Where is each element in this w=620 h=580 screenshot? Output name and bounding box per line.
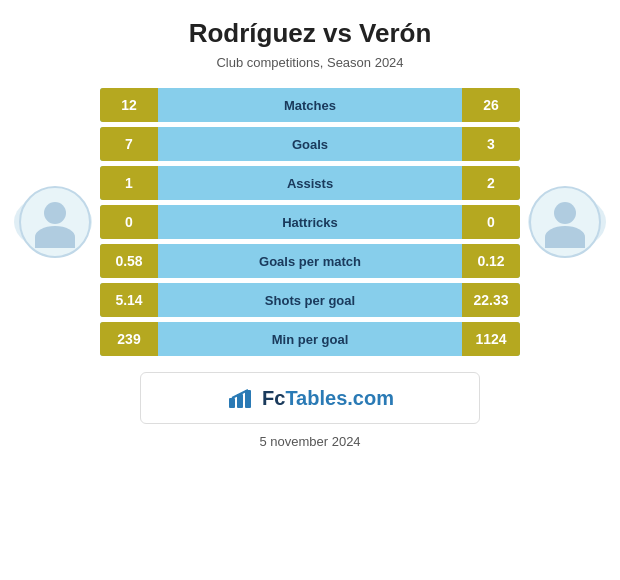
stat-value-left: 7 <box>100 127 158 161</box>
stat-label: Assists <box>158 166 462 200</box>
page-title: Rodríguez vs Verón <box>189 18 432 49</box>
stat-value-left: 1 <box>100 166 158 200</box>
stat-label: Goals per match <box>158 244 462 278</box>
stat-label: Matches <box>158 88 462 122</box>
stat-label: Goals <box>158 127 462 161</box>
stat-value-right: 3 <box>462 127 520 161</box>
stat-value-right: 26 <box>462 88 520 122</box>
stat-label: Min per goal <box>158 322 462 356</box>
stat-row: 12Matches26 <box>100 88 520 122</box>
stat-value-left: 12 <box>100 88 158 122</box>
stat-value-left: 5.14 <box>100 283 158 317</box>
brand-text: FcTables.com <box>262 387 394 410</box>
stat-row: 5.14Shots per goal22.33 <box>100 283 520 317</box>
stats-rows: 12Matches267Goals31Assists20Hattricks00.… <box>100 88 520 356</box>
stat-value-right: 22.33 <box>462 283 520 317</box>
stat-value-right: 0.12 <box>462 244 520 278</box>
stat-value-left: 0 <box>100 205 158 239</box>
stat-value-right: 0 <box>462 205 520 239</box>
stat-row: 239Min per goal1124 <box>100 322 520 356</box>
stat-label: Hattricks <box>158 205 462 239</box>
footer-date: 5 november 2024 <box>259 434 360 449</box>
brand-box: FcTables.com <box>140 372 480 424</box>
player-left-avatar <box>10 186 100 258</box>
stat-row: 1Assists2 <box>100 166 520 200</box>
stat-row: 0.58Goals per match0.12 <box>100 244 520 278</box>
stat-row: 7Goals3 <box>100 127 520 161</box>
brand-icon <box>226 384 254 412</box>
stat-row: 0Hattricks0 <box>100 205 520 239</box>
svg-rect-0 <box>229 398 235 408</box>
stat-value-left: 239 <box>100 322 158 356</box>
player-right-avatar <box>520 186 610 258</box>
stat-value-right: 2 <box>462 166 520 200</box>
svg-rect-2 <box>245 390 251 408</box>
avatar-circle-right <box>529 186 601 258</box>
stat-label: Shots per goal <box>158 283 462 317</box>
page-container: Rodríguez vs Verón Club competitions, Se… <box>0 0 620 580</box>
stat-value-left: 0.58 <box>100 244 158 278</box>
stat-value-right: 1124 <box>462 322 520 356</box>
comparison-area: 12Matches267Goals31Assists20Hattricks00.… <box>10 88 610 356</box>
page-subtitle: Club competitions, Season 2024 <box>216 55 403 70</box>
avatar-circle-left <box>19 186 91 258</box>
